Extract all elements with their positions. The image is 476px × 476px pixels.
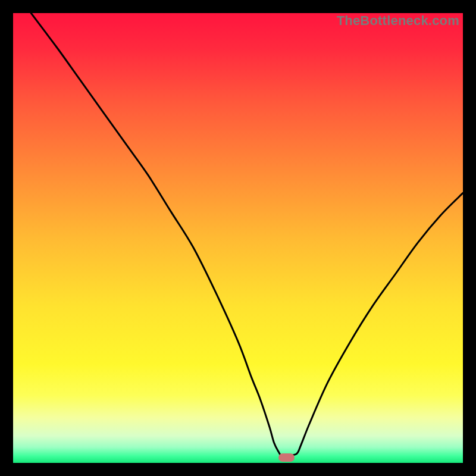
watermark-text: TheBottleneck.com <box>337 13 459 29</box>
optimal-notch-marker <box>278 453 295 462</box>
bottleneck-curve <box>13 13 463 463</box>
chart-frame: TheBottleneck.com <box>0 0 476 476</box>
plot-area: TheBottleneck.com <box>13 13 463 463</box>
